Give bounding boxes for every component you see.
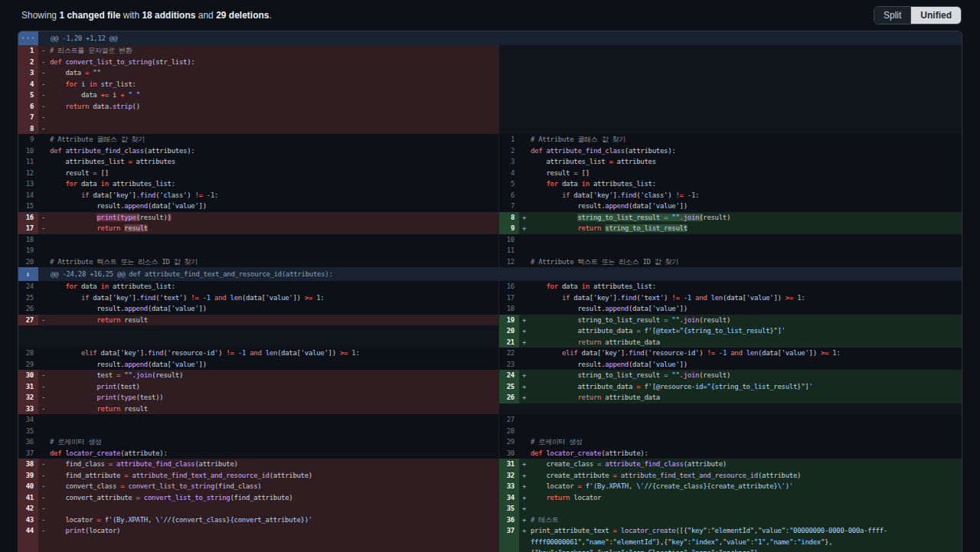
line-number[interactable]: 9	[18, 134, 38, 145]
diff-cell-del: 42-	[18, 503, 498, 514]
line-number[interactable]: 26	[18, 303, 38, 315]
line-number[interactable]: 8	[499, 212, 519, 224]
line-number[interactable]: 4	[18, 79, 38, 90]
line-number[interactable]: 34	[499, 492, 519, 504]
line-number[interactable]: 29	[18, 359, 38, 371]
code-line: return result	[48, 315, 498, 326]
line-number[interactable]: 22	[499, 348, 519, 359]
line-number[interactable]: 21	[499, 337, 519, 348]
line-number[interactable]: 11	[18, 156, 38, 168]
line-number[interactable]: 37	[499, 525, 519, 552]
line-number[interactable]: 7	[499, 201, 519, 212]
diff-cell-del: 8-	[18, 123, 498, 135]
line-number[interactable]: 12	[499, 256, 519, 268]
line-number[interactable]: 44	[18, 525, 38, 552]
line-number[interactable]: 25	[18, 292, 38, 304]
line-number[interactable]: 24	[499, 370, 519, 381]
line-number[interactable]: 31	[18, 381, 38, 393]
line-number[interactable]: 41	[18, 492, 38, 504]
line-number[interactable]: 33	[18, 403, 38, 415]
line-number[interactable]: 27	[18, 315, 38, 326]
line-number[interactable]: 30	[18, 370, 38, 381]
line-number[interactable]: 33	[499, 481, 519, 492]
line-number[interactable]: 12	[18, 168, 38, 179]
code-line: if data['key'].find('text') != -1 and le…	[48, 292, 498, 304]
diff-cell-add: 35+	[498, 503, 962, 514]
line-number[interactable]: 34	[18, 414, 38, 426]
line-number[interactable]: 10	[18, 145, 38, 157]
line-number[interactable]: 38	[18, 459, 38, 470]
line-number[interactable]: 27	[499, 414, 519, 426]
line-number[interactable]: 40	[18, 481, 38, 492]
line-number[interactable]: 30	[499, 448, 519, 459]
unified-view-button[interactable]: Unified	[910, 7, 961, 24]
line-number[interactable]: 2	[18, 57, 38, 68]
line-number[interactable]: 26	[499, 392, 519, 403]
line-number[interactable]: 7	[18, 112, 38, 123]
line-number[interactable]: 35	[499, 503, 519, 514]
line-number[interactable]: 2	[499, 145, 519, 157]
line-number[interactable]: 14	[18, 190, 38, 201]
line-number[interactable]: 23	[499, 359, 519, 371]
line-number[interactable]: 11	[499, 245, 519, 256]
line-number[interactable]: 10	[499, 234, 519, 246]
line-number[interactable]: 20	[499, 325, 519, 337]
line-number[interactable]: 16	[499, 281, 519, 292]
line-number[interactable]: 16	[18, 212, 38, 224]
line-number[interactable]: 29	[499, 436, 519, 448]
diff-row: 1810	[18, 234, 962, 246]
line-number[interactable]: 17	[18, 223, 38, 234]
line-number[interactable]: 42	[18, 503, 38, 514]
line-number[interactable]: 36	[18, 436, 38, 448]
diff-row: 20# Attribute 텍스트 또는 리소스 ID 값 찾기12# Attr…	[18, 256, 962, 268]
line-number[interactable]: 6	[499, 190, 519, 201]
code-line: for i in str_list:	[48, 79, 498, 90]
line-number[interactable]: 43	[18, 514, 38, 526]
diff-marker	[519, 303, 529, 315]
code-line: attribute_data = f'[@resource-id="{strin…	[529, 381, 962, 393]
line-number[interactable]: 19	[499, 315, 519, 326]
line-number[interactable]: 17	[499, 292, 519, 304]
line-number[interactable]: 3	[499, 156, 519, 168]
line-number[interactable]: 18	[499, 303, 519, 315]
line-number[interactable]: 32	[18, 392, 38, 403]
code-line: for data in attributes_list:	[48, 281, 498, 292]
line-number[interactable]: 5	[18, 90, 38, 101]
diff-row: 3427	[18, 414, 962, 426]
expand-unfold-icon[interactable]: ↕	[18, 267, 38, 281]
diff-cell-ctx: 10def attribute_find_class(attributes):	[18, 145, 498, 157]
line-number[interactable]: 9	[499, 223, 519, 234]
line-number[interactable]: 8	[18, 123, 38, 135]
diff-cell-empty	[498, 112, 962, 123]
line-number[interactable]: 32	[499, 470, 519, 482]
diff-cell-empty	[498, 45, 962, 57]
line-number[interactable]: 24	[18, 281, 38, 292]
line-number[interactable]: 5	[499, 178, 519, 190]
diff-marker: -	[38, 370, 48, 381]
diff-row: 9# Attribute 클래스 값 찾기1# Attribute 클래스 값 …	[18, 134, 962, 145]
line-number[interactable]: 19	[18, 245, 38, 256]
diff-cell-ctx: 14 if data['key'].find('class') != -1:	[18, 190, 498, 201]
diff-marker	[38, 436, 48, 448]
line-number[interactable]: 18	[18, 234, 38, 246]
code-line: return result	[48, 223, 498, 234]
split-view-button[interactable]: Split	[874, 7, 910, 24]
line-number[interactable]: 28	[499, 426, 519, 437]
line-number[interactable]: 13	[18, 178, 38, 190]
line-number[interactable]: 35	[18, 426, 38, 437]
line-number[interactable]: 1	[499, 134, 519, 145]
line-number[interactable]: 39	[18, 470, 38, 482]
line-number[interactable]: 25	[499, 381, 519, 393]
line-number[interactable]: 1	[18, 45, 38, 57]
line-number[interactable]: 6	[18, 101, 38, 113]
line-number[interactable]: 37	[18, 448, 38, 459]
line-number[interactable]: 15	[18, 201, 38, 212]
line-number[interactable]: 31	[499, 459, 519, 470]
line-number[interactable]: 3	[18, 67, 38, 79]
line-number[interactable]: 28	[18, 348, 38, 359]
line-number[interactable]: 4	[499, 168, 519, 179]
expand-all-icon[interactable]: ···	[18, 31, 38, 45]
line-number[interactable]: 20	[18, 256, 38, 268]
diff-cell-empty	[498, 90, 962, 101]
line-number[interactable]: 36	[499, 514, 519, 526]
